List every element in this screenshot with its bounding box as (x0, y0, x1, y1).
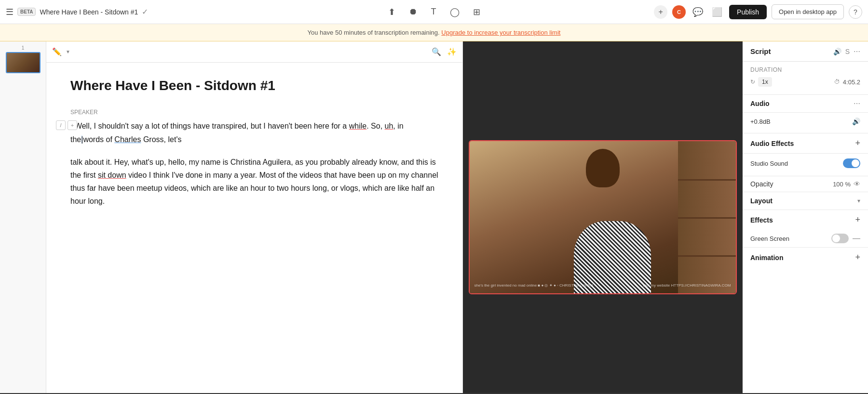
studio-sound-toggle[interactable] (843, 158, 860, 168)
editor-area: ✏️ ▼ 🔍 ✨ Where Have I Been - Sitdown #1 … (46, 41, 463, 393)
chevron-down-icon[interactable]: ▼ (66, 49, 70, 54)
person-figure (555, 149, 651, 284)
caption-icon[interactable]: S (845, 48, 850, 55)
studio-sound-section: Studio Sound (750, 158, 860, 168)
paragraph-type-button[interactable]: / (56, 120, 66, 130)
animation-label: Animation (750, 254, 783, 262)
publish-button[interactable]: Publish (729, 5, 767, 19)
audio-db-row: +0.8dB 🔊 (750, 118, 860, 125)
overlay-right: visit my website HTTPS://CHRISTINAGWIRA.… (643, 283, 731, 288)
help-button[interactable]: ? (849, 5, 862, 19)
green-screen-remove-icon[interactable]: — (853, 234, 860, 243)
banner: You have 50 minutes of transcription rem… (0, 24, 868, 41)
main-layout: 1 ✏️ ▼ 🔍 ✨ Where Have I Been - Sitdown #… (0, 41, 868, 393)
green-screen-row: Green Screen — (743, 230, 868, 247)
banner-text: You have 50 minutes of transcription rem… (308, 29, 561, 36)
clock-icon: ⏱ (834, 79, 840, 85)
editor-toolbar: ✏️ ▼ 🔍 ✨ (46, 41, 462, 63)
right-panel-header: Script 🔊 S ⋯ (743, 41, 868, 62)
opacity-value: 100 % (833, 181, 851, 188)
audio-db-value: +0.8dB (750, 118, 771, 125)
panel-icons: 🔊 S ⋯ (833, 48, 860, 55)
word-cursor: | (81, 135, 83, 144)
avatar: C (672, 5, 686, 19)
effects-add-button[interactable]: + (855, 215, 860, 225)
open-desktop-button[interactable]: Open in desktop app (772, 4, 844, 19)
audio-section: +0.8dB 🔊 (743, 113, 868, 133)
text-icon[interactable]: T (429, 5, 438, 19)
topbar-left: ☰ BETA Where Have I Been - Sitdown #1 ✓ (6, 7, 649, 17)
layout-section: Layout ▾ (743, 192, 868, 210)
video-background: she's the girl invented no mad online ■ … (470, 141, 736, 293)
record-icon[interactable]: ⏺ (407, 5, 420, 19)
effects-header: Effects + (743, 210, 868, 230)
studio-sound-row: Studio Sound (743, 154, 868, 176)
shapes-icon[interactable]: ◯ (448, 5, 461, 19)
more-icon[interactable]: ⋯ (854, 48, 860, 55)
video-container: she's the girl invented no mad online ■ … (469, 140, 737, 294)
topbar-right: + C 💬 ⬜ Publish Open in desktop app ? (654, 4, 862, 19)
check-icon: ✓ (142, 7, 148, 16)
eye-icon[interactable]: 👁 (854, 180, 860, 188)
edit-icon[interactable]: ✏️ (52, 47, 62, 56)
overlay-left: she's the girl invented no mad online ■ … (475, 283, 594, 288)
studio-sound-label: Studio Sound (750, 160, 788, 167)
slide-thumbnail[interactable] (6, 52, 41, 73)
duration-value: 4:05.2 (843, 79, 860, 86)
toolbar-right: 🔍 ✨ (432, 47, 457, 56)
speaker-label: Speaker (70, 109, 438, 116)
topbar-center: ⬆ ⏺ T ◯ ⊞ (386, 5, 482, 19)
toggle-knob (852, 159, 859, 167)
grid-icon[interactable]: ⊞ (471, 5, 482, 19)
volume-icon[interactable]: 🔊 (833, 48, 841, 55)
video-overlay-text: she's the girl invented no mad online ■ … (470, 283, 736, 288)
upgrade-link[interactable]: Upgrade to increase your transcription l… (441, 29, 560, 36)
slide-thumb-image (7, 53, 40, 72)
opacity-value-wrap: 100 % 👁 (833, 180, 860, 188)
project-title: Where Have I Been - Sitdown #1 (40, 8, 138, 16)
hamburger-icon[interactable]: ☰ (6, 7, 14, 17)
slide-item-1[interactable]: 1 (4, 45, 42, 73)
green-screen-toggle[interactable] (831, 234, 849, 243)
audio-volume-icon[interactable]: 🔊 (852, 118, 860, 125)
add-collaborator-button[interactable]: + (654, 5, 667, 19)
speed-button[interactable]: 1x (758, 77, 772, 87)
panel-title: Script (750, 47, 771, 55)
person-head (586, 149, 620, 187)
opacity-row: Opacity 100 % 👁 (743, 176, 868, 192)
duration-label: Duration (750, 66, 860, 73)
script-content: Where Have I Been - Sitdown #1 Speaker /… (46, 63, 462, 393)
bookshelf (678, 141, 736, 293)
layout-header[interactable]: Layout ▾ (743, 192, 868, 210)
magic-icon[interactable]: ✨ (447, 47, 457, 56)
right-panel: Script 🔊 S ⋯ Duration ↻ 1x ⏱ 4:05.2 (743, 41, 868, 393)
word-uh: uh (385, 122, 393, 130)
layout-icon[interactable]: ⬜ (710, 5, 724, 19)
animation-section: Animation + (743, 248, 868, 267)
audio-more-icon[interactable]: ⋯ (854, 100, 860, 107)
opacity-label: Opacity (750, 180, 773, 188)
search-icon[interactable]: 🔍 (432, 47, 441, 56)
chevron-down-icon: ▾ (857, 197, 860, 204)
slides-panel: 1 (0, 41, 46, 393)
paragraph-add-button[interactable]: + (68, 120, 77, 130)
duration-row: ↻ 1x ⏱ 4:05.2 (750, 77, 860, 87)
script-paragraph-2: talk about it. Hey, what's up, hello, my… (70, 156, 438, 208)
green-screen-toggle-knob (832, 235, 840, 242)
toolbar-left: ✏️ ▼ (52, 47, 70, 56)
upload-icon[interactable]: ⬆ (386, 5, 397, 19)
video-panel: she's the girl invented no mad online ■ … (463, 41, 743, 393)
audio-effects-header: Audio Effects + (743, 133, 868, 154)
effects-label: Effects (750, 216, 773, 224)
word-while: while (349, 122, 366, 130)
topbar: ☰ BETA Where Have I Been - Sitdown #1 ✓ … (0, 0, 868, 24)
audio-section-header: Audio ⋯ (743, 95, 868, 113)
green-screen-label: Green Screen (750, 235, 789, 242)
chat-icon[interactable]: 💬 (691, 5, 705, 19)
script-title: Where Have I Been - Sitdown #1 (70, 77, 438, 94)
animation-add-button[interactable]: + (855, 252, 860, 263)
audio-label: Audio (750, 100, 770, 107)
effects-section: Effects + Green Screen — (743, 210, 868, 248)
audio-effects-add-button[interactable]: + (855, 138, 860, 148)
speed-icon: ↻ (750, 79, 755, 85)
